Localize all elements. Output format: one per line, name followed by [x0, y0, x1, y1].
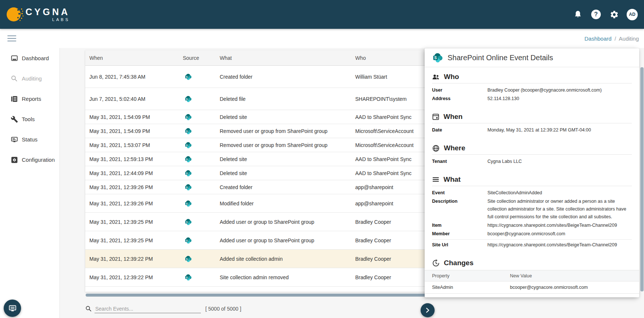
svg-text:S: S — [186, 144, 188, 146]
sharepoint-icon: S — [185, 114, 192, 120]
notifications-button[interactable] — [572, 9, 583, 20]
sharepoint-icon: S — [185, 237, 192, 244]
detail-label: Site Url — [432, 241, 487, 249]
event-when: May 31, 2021, 1:54:09 PM — [89, 114, 183, 120]
event-source: S — [183, 200, 220, 207]
sharepoint-icon: S — [185, 128, 192, 134]
event-when: May 31, 2021, 1:53:07 PM — [89, 142, 183, 148]
dashboard-icon — [11, 55, 18, 62]
event-when: May 31, 2021, 12:44:09 PM — [89, 170, 183, 176]
svg-text:S: S — [186, 220, 188, 223]
chevron-right-icon — [424, 307, 431, 314]
vertical-scrollbar-thumb[interactable] — [640, 67, 644, 291]
search-input[interactable] — [95, 305, 201, 313]
user-avatar[interactable]: AD — [627, 9, 638, 20]
detail-label: User — [432, 86, 487, 94]
sharepoint-icon: S — [185, 156, 192, 163]
sharepoint-icon: S — [185, 200, 192, 207]
detail-label: Address — [432, 95, 487, 103]
panel-header: S SharePoint Online Event Details — [425, 48, 639, 67]
event-source: S — [183, 274, 220, 281]
sidebar-item-reports[interactable]: Reports — [0, 89, 59, 109]
detail-label: Tenant — [432, 158, 487, 165]
event-details-panel: S SharePoint Online Event Details Who Us… — [425, 48, 639, 297]
detail-value: bcooper@cygnacore.onmicrosoft.com — [487, 230, 632, 238]
brand-sub: LABS — [52, 17, 70, 22]
section-when: When Date Monday, May 31, 2021 at 12:39:… — [432, 113, 632, 134]
panel-collapse-button[interactable] — [421, 303, 435, 317]
svg-text:S: S — [434, 56, 437, 60]
list-lines-icon — [432, 176, 439, 183]
event-source: S — [183, 156, 220, 163]
help-button[interactable]: ? — [590, 9, 602, 20]
sidebar-item-status[interactable]: Status — [0, 129, 59, 150]
detail-row: User Bradley Cooper (bcooper@cygnacore.o… — [432, 86, 632, 95]
detail-row: Item https://cygnacore.sharepoint.com/si… — [432, 221, 632, 230]
section-title: When — [443, 113, 463, 121]
sidebar-item-label: Reports — [22, 96, 41, 102]
svg-text:S: S — [186, 257, 188, 260]
event-when: May 31, 2021, 12:59:13 PM — [89, 156, 183, 162]
detail-value: https://cygnacore.sharepoint.com/sites/B… — [487, 222, 632, 229]
detail-value: https://cygnacore.sharepoint.com/sites/B… — [487, 241, 632, 249]
event-what: Added user or group to SharePoint group — [220, 237, 355, 243]
event-when: Jun 7, 2021, 5:02:40 AM — [89, 96, 183, 102]
cygna-logo-icon — [6, 6, 24, 23]
breadcrumb-dashboard-link[interactable]: Dashboard — [585, 35, 612, 42]
sidebar-item-label: Configuration — [22, 157, 55, 163]
event-what: Deleted site — [220, 170, 355, 176]
sidebar-item-dashboard[interactable]: Dashboard — [0, 48, 59, 68]
event-when: May 31, 2021, 1:54:09 PM — [89, 128, 183, 134]
sharepoint-icon: S — [185, 256, 192, 262]
sharepoint-icon: S — [185, 96, 192, 102]
event-source: S — [183, 237, 220, 244]
sidebar-item-label: Status — [22, 136, 38, 143]
event-source: S — [183, 114, 220, 120]
detail-row: Date Monday, May 31, 2021 at 12:39:22 PM… — [432, 126, 632, 134]
avatar: AD — [627, 9, 638, 20]
section-where: Where Tenant Cygna Labs LLC — [432, 144, 632, 166]
globe-icon — [432, 144, 440, 152]
column-header-what[interactable]: What — [220, 55, 355, 61]
detail-row: Member bcooper@cygnacore.onmicrosoft.com — [432, 230, 632, 238]
section-title: Who — [444, 73, 459, 81]
sidebar-item-label: Tools — [22, 116, 35, 122]
detail-label: Member — [432, 230, 487, 238]
people-icon — [432, 73, 440, 81]
detail-label: Item — [432, 222, 487, 229]
result-count: [ 5000 of 5000 ] — [205, 306, 241, 312]
sidebar: Dashboard Auditing Reports — [0, 48, 60, 318]
changes-table: Property New Value SiteAdmin bcooper@cyg… — [425, 270, 639, 294]
sidebar-item-tools[interactable]: Tools — [0, 109, 59, 129]
event-what: Deleted site — [220, 114, 355, 120]
sub-header: Dashboard / Auditing — [0, 29, 644, 48]
event-source: S — [183, 184, 220, 191]
sharepoint-icon: S — [185, 219, 192, 225]
gear-icon — [610, 10, 619, 19]
column-header-when[interactable]: When — [89, 55, 183, 61]
sidebar-item-auditing[interactable]: Auditing — [0, 68, 59, 89]
detail-row: Site Url https://cygnacore.sharepoint.co… — [432, 239, 632, 249]
section-title: Changes — [444, 259, 473, 267]
event-what: Created folder — [220, 74, 355, 80]
tools-icon — [11, 116, 18, 123]
settings-button[interactable] — [609, 9, 620, 20]
sidebar-item-configuration[interactable]: Configuration — [0, 150, 59, 170]
svg-text:S: S — [186, 98, 188, 100]
changes-column-property: Property — [432, 273, 510, 278]
detail-row: Description Site collection administrato… — [432, 197, 632, 221]
event-what: Added user or group to SharePoint group — [220, 219, 355, 225]
section-title: Where — [444, 144, 465, 152]
event-source: S — [183, 142, 220, 148]
event-source: S — [183, 96, 220, 102]
support-chat-button[interactable] — [4, 300, 21, 317]
event-when: May 31, 2021, 12:39:25 PM — [89, 237, 183, 243]
help-icon: ? — [591, 10, 601, 19]
column-header-source[interactable]: Source — [183, 55, 220, 61]
menu-toggle-icon[interactable] — [7, 34, 16, 43]
sharepoint-icon: S — [185, 184, 192, 191]
event-what: Created folder — [220, 184, 355, 190]
section-who: Who User Bradley Cooper (bcooper@cygnaco… — [432, 73, 632, 103]
detail-value: Bradley Cooper (bcooper@cygnacore.onmicr… — [487, 86, 632, 94]
brand-logo[interactable]: CYGNA LABS — [6, 6, 70, 23]
